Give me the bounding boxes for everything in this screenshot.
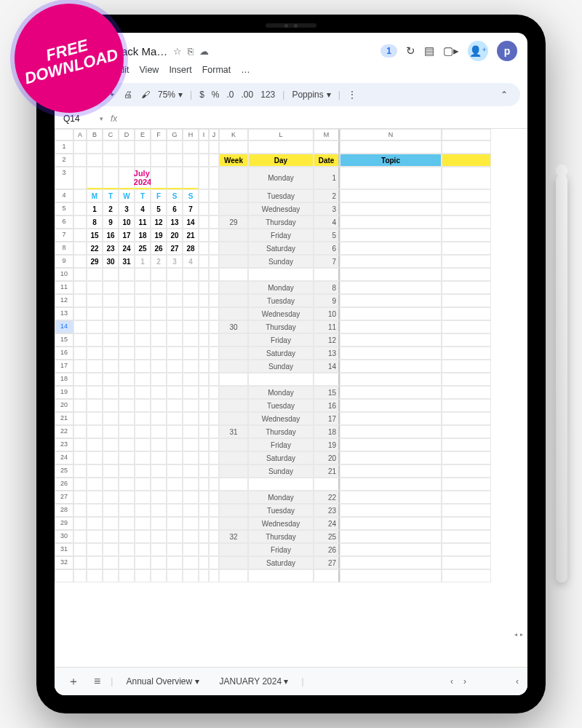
cell[interactable] (119, 320, 135, 333)
menu-more[interactable]: … (241, 65, 250, 75)
cell[interactable] (199, 294, 209, 307)
cell[interactable] (183, 307, 199, 320)
font-select[interactable]: Poppins ▾ (292, 90, 330, 100)
cell[interactable] (103, 360, 119, 373)
cell[interactable] (340, 202, 442, 215)
cell[interactable]: Wednesday (248, 517, 314, 530)
cell[interactable] (103, 425, 119, 438)
share-button[interactable]: 👤⁺ (468, 41, 488, 61)
cell[interactable] (442, 478, 491, 491)
cell[interactable] (183, 556, 199, 569)
cell[interactable] (151, 307, 167, 320)
cell[interactable]: Monday (248, 281, 314, 294)
cell[interactable] (167, 530, 183, 543)
cell[interactable]: 27 (314, 556, 340, 569)
cell[interactable] (340, 517, 442, 530)
cell[interactable] (87, 141, 103, 154)
cell[interactable] (209, 438, 219, 451)
cell[interactable] (340, 360, 442, 373)
cell[interactable] (209, 478, 219, 491)
cell[interactable] (167, 167, 183, 189)
cell[interactable] (167, 569, 183, 582)
cell[interactable]: 1 (87, 202, 103, 215)
cell[interactable] (73, 478, 87, 491)
cell[interactable] (167, 504, 183, 517)
cell[interactable] (119, 569, 135, 582)
cell[interactable] (199, 307, 209, 320)
cell[interactable]: 6 (167, 202, 183, 215)
cell[interactable] (199, 373, 209, 386)
cell[interactable]: 18 (314, 425, 340, 438)
cell[interactable] (87, 530, 103, 543)
cell[interactable] (151, 294, 167, 307)
cell[interactable] (340, 189, 442, 202)
cell[interactable] (442, 438, 491, 451)
cell[interactable] (135, 517, 151, 530)
cell[interactable] (103, 412, 119, 425)
cell[interactable]: 31 (119, 255, 135, 268)
cell[interactable]: 18 (135, 229, 151, 242)
cell[interactable] (209, 360, 219, 373)
cell[interactable]: T (135, 189, 151, 202)
cell[interactable] (103, 167, 119, 189)
cell[interactable] (248, 268, 314, 281)
cell[interactable] (442, 268, 491, 281)
cell[interactable]: 20 (167, 229, 183, 242)
cell[interactable] (340, 320, 442, 333)
cell[interactable] (73, 556, 87, 569)
cell[interactable] (103, 333, 119, 347)
cell[interactable] (209, 399, 219, 412)
cell[interactable] (103, 373, 119, 386)
cell[interactable] (219, 307, 248, 320)
cell[interactable] (442, 347, 491, 360)
cell[interactable] (209, 556, 219, 569)
cell[interactable] (199, 478, 209, 491)
cell[interactable] (103, 569, 119, 582)
cell[interactable]: 28 (183, 242, 199, 255)
cell[interactable] (219, 451, 248, 464)
cell[interactable] (219, 569, 248, 582)
cell[interactable] (199, 154, 209, 167)
cell[interactable]: Saturday (248, 451, 314, 464)
cell[interactable] (442, 556, 491, 569)
cell[interactable] (209, 464, 219, 478)
cell[interactable] (103, 141, 119, 154)
cell[interactable] (167, 141, 183, 154)
cell[interactable] (73, 202, 87, 215)
menu-insert[interactable]: Insert (169, 65, 191, 75)
cell[interactable] (209, 189, 219, 202)
cell[interactable] (167, 491, 183, 504)
cell[interactable] (73, 333, 87, 347)
cell[interactable] (73, 491, 87, 504)
cell[interactable] (219, 333, 248, 347)
increase-decimal-button[interactable]: .00 (242, 90, 254, 100)
cell[interactable] (135, 307, 151, 320)
cell[interactable]: 8 (87, 215, 103, 229)
move-icon[interactable]: ⎘ (188, 46, 194, 57)
cell[interactable] (199, 504, 209, 517)
cell[interactable]: Sunday (248, 360, 314, 373)
cell[interactable] (314, 141, 340, 154)
tab-annual-overview[interactable]: Annual Overview ▾ (119, 673, 206, 689)
cell[interactable]: Sunday (248, 255, 314, 268)
menu-format[interactable]: Format (202, 65, 231, 75)
cell[interactable] (183, 543, 199, 556)
cell[interactable] (87, 412, 103, 425)
cell[interactable] (219, 242, 248, 255)
cell[interactable]: 19 (314, 438, 340, 451)
cell[interactable]: M (87, 189, 103, 202)
cell[interactable] (183, 320, 199, 333)
cell[interactable] (183, 386, 199, 399)
cell[interactable] (103, 556, 119, 569)
cell[interactable] (442, 386, 491, 399)
cell[interactable] (442, 569, 491, 582)
cell[interactable] (209, 543, 219, 556)
cell[interactable]: 16 (103, 229, 119, 242)
cell[interactable] (151, 491, 167, 504)
percent-button[interactable]: % (212, 90, 220, 100)
cell[interactable] (314, 478, 340, 491)
cell[interactable] (119, 268, 135, 281)
cell[interactable] (183, 294, 199, 307)
cell[interactable] (87, 399, 103, 412)
cell[interactable] (183, 154, 199, 167)
